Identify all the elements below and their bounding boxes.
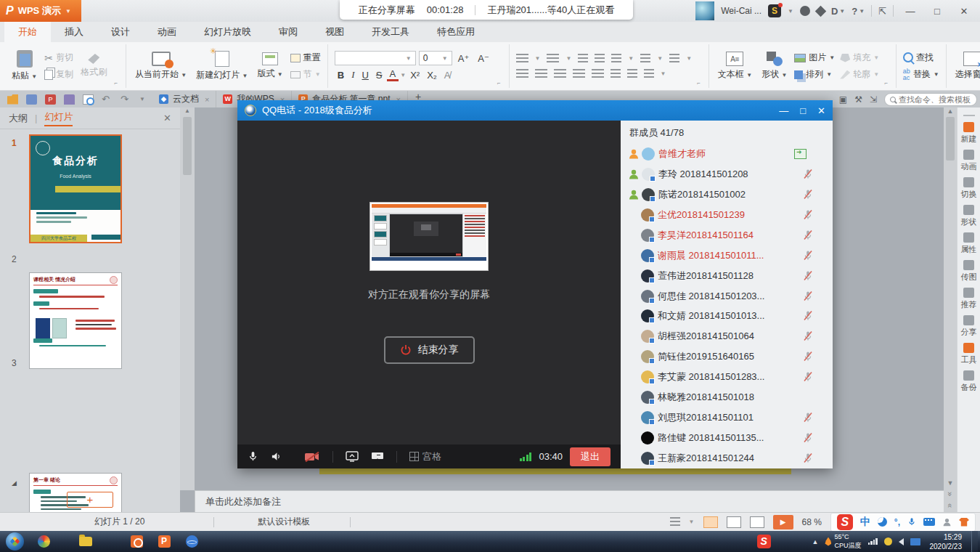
mic-muted-icon[interactable] [802, 351, 814, 362]
vip-icon[interactable] [817, 7, 825, 15]
member-row[interactable]: 李玲 2018141501208 [621, 164, 833, 184]
export-pdf-icon[interactable]: P [45, 94, 56, 105]
share-status-banner[interactable]: 正在分享屏幕 00:01:28 王丹瑞201......等40人正在观看 [340, 0, 633, 20]
line-spacing-icon[interactable] [611, 69, 621, 79]
tab-slideshow[interactable]: 幻灯片放映 [190, 22, 265, 42]
help-icon[interactable]: ?▼ [852, 6, 865, 17]
pane-share[interactable]: 分享 [961, 315, 977, 338]
scrollbar-thumb[interactable] [946, 117, 955, 161]
underline-button[interactable]: U [359, 70, 371, 81]
grid-layout-button[interactable]: 宫格 [409, 450, 441, 463]
pane-shapes[interactable]: 形状 [961, 205, 977, 227]
numbering-icon[interactable] [547, 54, 559, 64]
previous-slide-icon[interactable]: » [946, 492, 955, 496]
doc-tab-cloud[interactable]: ◆ 云文档 × [152, 91, 216, 107]
member-row[interactable]: 李艾蒙 2018141501283... [621, 367, 833, 387]
paste-button[interactable]: 粘贴 ▼ [9, 49, 39, 83]
strikethrough-button[interactable]: S [373, 70, 385, 81]
justify-icon[interactable] [573, 69, 585, 79]
member-row[interactable]: 曾维才老师 [621, 144, 833, 164]
fill-button[interactable]: 填充 ▼ [840, 52, 879, 64]
member-row[interactable]: 王新豪2018141501244 [621, 448, 833, 468]
increase-indent-icon[interactable] [595, 54, 605, 64]
shapes-button[interactable]: 形状 ▼ [759, 51, 789, 81]
notes-caret-icon[interactable]: ▼ [689, 519, 695, 525]
notes-area[interactable]: 单击此处添加备注 [195, 490, 944, 512]
textbox-button[interactable]: A≡ 文本框 ▼ [716, 51, 754, 81]
ime-punctuation-icon[interactable]: °, [894, 517, 900, 527]
mic-muted-icon[interactable] [802, 371, 814, 383]
picture-button[interactable]: 图片 ▼ [794, 52, 835, 64]
member-row[interactable]: 路佳键 2018141501135... [621, 428, 833, 448]
add-slide-button[interactable]: + [67, 492, 113, 508]
tab-animation[interactable]: 动画 [144, 22, 190, 42]
exit-call-button[interactable]: 退出 [570, 447, 611, 466]
pane-properties[interactable]: 属性 [961, 232, 977, 255]
font-color-caret-icon[interactable]: ▼ [400, 72, 406, 78]
qq-taskbar-icon[interactable] [126, 533, 147, 551]
collapse-ribbon-icon[interactable]: ⇲ [870, 94, 877, 105]
group-expand-icon[interactable]: ⌐ [697, 80, 702, 88]
sogou-logo-icon[interactable]: S [837, 514, 853, 530]
reset-button[interactable]: 重置 [290, 52, 321, 64]
align-center-icon[interactable] [535, 69, 547, 79]
user-avatar[interactable] [695, 1, 714, 20]
wps-taskbar-icon[interactable]: P [153, 533, 175, 551]
camera-off-button[interactable] [304, 451, 320, 463]
microphone-button[interactable] [248, 450, 258, 463]
member-row[interactable]: 萱伟进2018141501128 [621, 266, 833, 286]
pane-upload-image[interactable]: 传图 [961, 260, 977, 283]
notes-toggle-icon[interactable] [670, 517, 680, 527]
slide-thumbnail-2[interactable]: 课程相关 情况介绍 [29, 272, 122, 369]
cpu-temp-widget[interactable]: 55°C CPU温度 [825, 533, 861, 550]
zoom-level[interactable]: 68 % [802, 517, 822, 527]
group-expand-icon[interactable]: ⌐ [884, 80, 889, 88]
para-after-spacing-icon[interactable] [644, 69, 654, 79]
member-row[interactable]: 林晓雅2018141501018 [621, 387, 833, 407]
member-row[interactable]: 简钰佳2019151640165 [621, 346, 833, 367]
arrange-button[interactable]: 排列 ▼ [794, 68, 835, 81]
copy-button[interactable]: 复制 [44, 68, 73, 81]
mic-muted-icon[interactable] [802, 189, 814, 200]
scrollbar-thumb[interactable] [183, 117, 192, 175]
pane-transition[interactable]: 切换 [961, 177, 977, 200]
ime-fullhalf-icon[interactable] [878, 517, 887, 527]
group-expand-icon[interactable]: ⌐ [114, 80, 119, 88]
close-button[interactable]: ✕ [954, 6, 974, 17]
mic-muted-icon[interactable] [802, 270, 814, 282]
selection-pane-button[interactable]: 选择窗格 [953, 51, 980, 81]
replace-button[interactable]: abac替换 ▼ [903, 68, 939, 81]
play-window-icon[interactable]: ▣ [839, 94, 847, 105]
mic-muted-icon[interactable] [802, 452, 814, 464]
wps-app-menu[interactable]: P WPS 演示 ▼ [0, 0, 81, 22]
grow-font-button[interactable]: A⁺ [455, 53, 473, 64]
tab-home[interactable]: 开始 [4, 22, 51, 42]
member-badge-icon[interactable]: S [768, 4, 781, 17]
slides-tab[interactable]: 幻灯片 [44, 110, 73, 126]
ime-keyboard-icon[interactable] [923, 518, 935, 526]
member-row[interactable]: 胡桱强2018141501064 [621, 326, 833, 346]
mic-muted-icon[interactable] [802, 310, 814, 322]
start-button[interactable] [6, 532, 24, 551]
superscript-button[interactable]: X² [407, 70, 422, 81]
network-icon[interactable] [868, 538, 878, 545]
para-before-spacing-icon[interactable] [627, 69, 637, 79]
italic-button[interactable]: I [348, 69, 357, 81]
ime-skin-icon[interactable] [959, 518, 969, 527]
text-frame-icon[interactable] [640, 54, 650, 64]
pane-animation[interactable]: 动画 [961, 150, 977, 172]
member-row[interactable]: 和文婧 2018141501013... [621, 307, 833, 327]
text-direction-icon[interactable] [611, 54, 621, 64]
ime-voice-icon[interactable] [907, 516, 916, 527]
find-button[interactable]: 查找 [903, 52, 939, 64]
shrink-font-button[interactable]: A⁻ [475, 53, 492, 64]
tab-insert[interactable]: 插入 [51, 22, 97, 42]
update-tray-icon[interactable] [884, 537, 892, 545]
clear-format-button[interactable]: A̸ [441, 70, 454, 81]
end-share-button[interactable]: 结束分享 [384, 336, 475, 364]
open-icon[interactable] [7, 94, 18, 105]
mic-muted-icon[interactable] [802, 250, 814, 261]
ime-language-toggle[interactable]: 中 [860, 516, 870, 529]
minimize-button[interactable]: — [900, 6, 920, 17]
upload-window-icon[interactable]: ⇱ [878, 6, 886, 17]
